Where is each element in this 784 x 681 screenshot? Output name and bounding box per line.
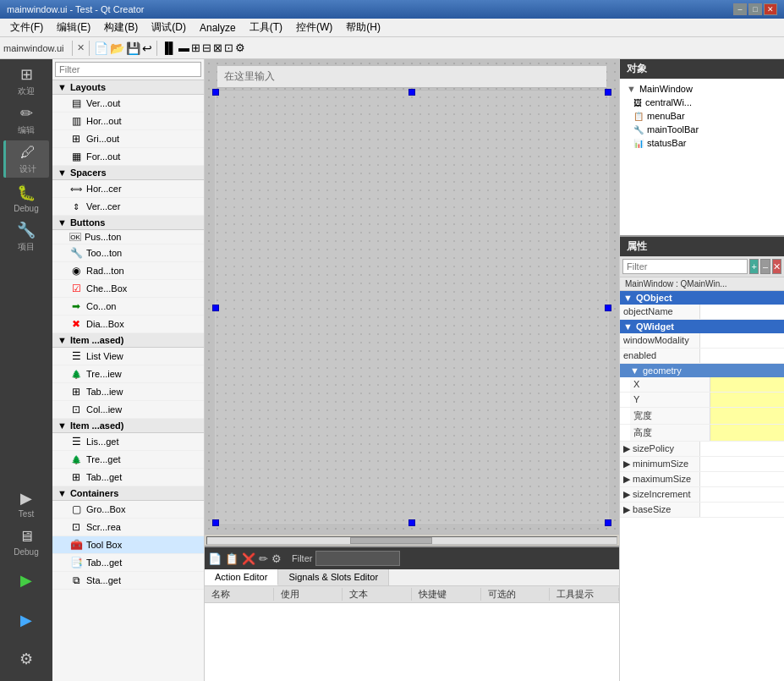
widget-columnview[interactable]: ⊡ Col...iew bbox=[52, 401, 204, 419]
action-delete-icon[interactable]: ❌ bbox=[242, 552, 255, 565]
action-new-icon[interactable]: 📄 bbox=[208, 552, 222, 565]
widget-dialogbox[interactable]: ✖ Dia...Box bbox=[52, 316, 204, 333]
open-icon[interactable]: 📂 bbox=[110, 41, 124, 55]
sidebar-item-debug[interactable]: 🐛 Debug bbox=[3, 179, 49, 217]
widget-groupbox[interactable]: ▢ Gro...Box bbox=[52, 501, 204, 519]
widget-tableview[interactable]: ⊞ Tab...iew bbox=[52, 383, 204, 401]
prop-value-minimumsize[interactable] bbox=[700, 457, 784, 471]
tree-item-menubar[interactable]: 📋 menuBar bbox=[623, 109, 781, 123]
widget-form-layout[interactable]: ▦ For...out bbox=[52, 148, 204, 166]
prop-value-y[interactable] bbox=[710, 393, 784, 407]
layout-icon-5[interactable]: ⊠ bbox=[213, 41, 222, 54]
scroll-thumb[interactable] bbox=[350, 537, 432, 544]
layout-icon-1[interactable]: ▐▌ bbox=[162, 41, 177, 54]
widget-stackedwidget[interactable]: ⧉ Sta...get bbox=[52, 572, 204, 590]
widget-filter-input[interactable] bbox=[55, 62, 201, 77]
menu-help[interactable]: 帮助(H) bbox=[339, 19, 387, 36]
sidebar-item-debug-run[interactable]: ▶ bbox=[3, 601, 49, 639]
sidebar-item-run[interactable]: ▶ bbox=[3, 563, 49, 600]
sidebar-item-design[interactable]: 🖊 设计 bbox=[3, 140, 49, 178]
widget-checkbox[interactable]: ☑ Che...Box bbox=[52, 280, 204, 298]
widget-tablewidget[interactable]: ⊞ Tab...get bbox=[52, 469, 204, 486]
prop-value-objectname[interactable] bbox=[700, 305, 784, 319]
resize-handle-mr[interactable] bbox=[605, 305, 611, 311]
widget-treeview[interactable]: 🌲 Tre...iew bbox=[52, 365, 204, 383]
widget-treewidget[interactable]: 🌲 Tre...get bbox=[52, 451, 204, 469]
widget-listwidget[interactable]: ☰ Lis...get bbox=[52, 433, 204, 451]
sidebar-item-settings[interactable]: ⚙ bbox=[3, 640, 49, 678]
prop-value-windowmodality[interactable] bbox=[700, 333, 784, 348]
prop-remove-button[interactable]: – bbox=[760, 259, 770, 274]
prop-add-button[interactable]: + bbox=[749, 259, 759, 274]
prop-value-height[interactable] bbox=[710, 425, 784, 441]
menu-controls[interactable]: 控件(W) bbox=[289, 19, 339, 36]
widget-scrollarea[interactable]: ⊡ Scr...rea bbox=[52, 519, 204, 536]
section-item-views[interactable]: ▼ Item ...ased) bbox=[52, 333, 204, 348]
prop-value-sizepolicy[interactable] bbox=[700, 442, 784, 456]
section-containers[interactable]: ▼ Containers bbox=[52, 486, 204, 501]
horizontal-scrollbar[interactable] bbox=[205, 534, 619, 546]
menu-file[interactable]: 文件(F) bbox=[3, 19, 50, 36]
sidebar-item-project[interactable]: 🔧 项目 bbox=[3, 218, 49, 255]
maximize-button[interactable]: □ bbox=[748, 3, 762, 15]
action-table-body[interactable] bbox=[205, 603, 619, 681]
menu-debug[interactable]: 调试(D) bbox=[145, 19, 193, 36]
widget-pushbutton[interactable]: OK Pus...ton bbox=[52, 230, 204, 244]
action-settings-icon[interactable]: ⚙ bbox=[271, 552, 282, 565]
section-layouts[interactable]: ▼ Layouts bbox=[52, 80, 204, 95]
resize-handle-bc[interactable] bbox=[408, 519, 415, 526]
prop-value-enabled[interactable] bbox=[700, 349, 784, 363]
settings-icon[interactable]: ⚙ bbox=[235, 41, 245, 54]
action-filter-input[interactable] bbox=[315, 551, 400, 566]
prop-filter-input[interactable] bbox=[622, 259, 748, 274]
design-canvas-wrap[interactable]: 在这里输入 bbox=[205, 59, 619, 534]
prop-value-width[interactable] bbox=[710, 408, 784, 424]
widget-hspacer[interactable]: ⟺ Hor...cer bbox=[52, 180, 204, 198]
new-file-icon[interactable]: 📄 bbox=[94, 41, 108, 55]
widget-vspacer[interactable]: ⇕ Ver...cer bbox=[52, 198, 204, 216]
widget-grid-layout[interactable]: ⊞ Gri...out bbox=[52, 130, 204, 148]
tree-item-maintoolbar[interactable]: 🔧 mainToolBar bbox=[623, 123, 781, 136]
sidebar-item-edit[interactable]: ✏ 编辑 bbox=[3, 102, 49, 139]
menu-analyze[interactable]: Analyze bbox=[193, 20, 243, 36]
section-buttons[interactable]: ▼ Buttons bbox=[52, 216, 204, 230]
action-copy-icon[interactable]: 📋 bbox=[225, 552, 238, 565]
layout-icon-4[interactable]: ⊟ bbox=[202, 41, 211, 54]
resize-handle-tc[interactable] bbox=[408, 89, 415, 96]
undo-icon[interactable]: ↩ bbox=[142, 41, 152, 55]
tree-item-mainwindow[interactable]: ▼ MainWindow bbox=[623, 82, 781, 96]
sidebar-item-test[interactable]: ▶ Test bbox=[3, 485, 49, 522]
resize-handle-bl[interactable] bbox=[212, 519, 219, 526]
widget-horizontal-layout[interactable]: ▥ Hor...out bbox=[52, 113, 204, 130]
prop-value-basesize[interactable] bbox=[700, 503, 784, 517]
sidebar-item-debug2[interactable]: 🖥 Debug bbox=[3, 524, 49, 561]
section-spacers[interactable]: ▼ Spacers bbox=[52, 166, 204, 180]
menu-edit[interactable]: 编辑(E) bbox=[50, 19, 97, 36]
widget-toolbox[interactable]: 🧰 Tool Box bbox=[52, 536, 204, 554]
tab-action-editor[interactable]: Action Editor bbox=[205, 569, 278, 585]
prop-value-sizeincrement[interactable] bbox=[700, 487, 784, 502]
close-icon[interactable]: ✕ bbox=[77, 42, 85, 53]
widget-listview[interactable]: ☰ List View bbox=[52, 348, 204, 365]
menu-tools[interactable]: 工具(T) bbox=[243, 19, 289, 36]
prop-value-maximumsize[interactable] bbox=[700, 472, 784, 486]
resize-handle-tr[interactable] bbox=[605, 89, 611, 96]
prop-value-x[interactable] bbox=[710, 377, 784, 392]
resize-handle-tl[interactable] bbox=[212, 89, 219, 96]
widget-radiobutton[interactable]: ◉ Rad...ton bbox=[52, 262, 204, 280]
sidebar-item-welcome[interactable]: ⊞ 欢迎 bbox=[3, 63, 49, 100]
tree-item-statusbar[interactable]: 📊 statusBar bbox=[623, 136, 781, 150]
prop-close-button[interactable]: ✕ bbox=[772, 259, 781, 274]
resize-handle-ml[interactable] bbox=[212, 305, 219, 311]
widget-tabwidget[interactable]: 📑 Tab...get bbox=[52, 554, 204, 572]
widget-vertical-layout[interactable]: ▤ Ver...out bbox=[52, 95, 204, 113]
tree-item-centralwidget[interactable]: 🖼 centralWi... bbox=[623, 96, 781, 109]
tab-signals-slots[interactable]: Signals & Slots Editor bbox=[278, 569, 389, 585]
close-button[interactable]: ✕ bbox=[764, 3, 777, 15]
save-icon[interactable]: 💾 bbox=[126, 41, 140, 55]
scroll-track[interactable] bbox=[206, 536, 617, 545]
layout-icon-2[interactable]: ▬ bbox=[178, 41, 189, 54]
minimize-button[interactable]: – bbox=[733, 3, 747, 15]
canvas-main-area[interactable] bbox=[215, 91, 609, 524]
layout-icon-6[interactable]: ⊡ bbox=[224, 41, 233, 54]
